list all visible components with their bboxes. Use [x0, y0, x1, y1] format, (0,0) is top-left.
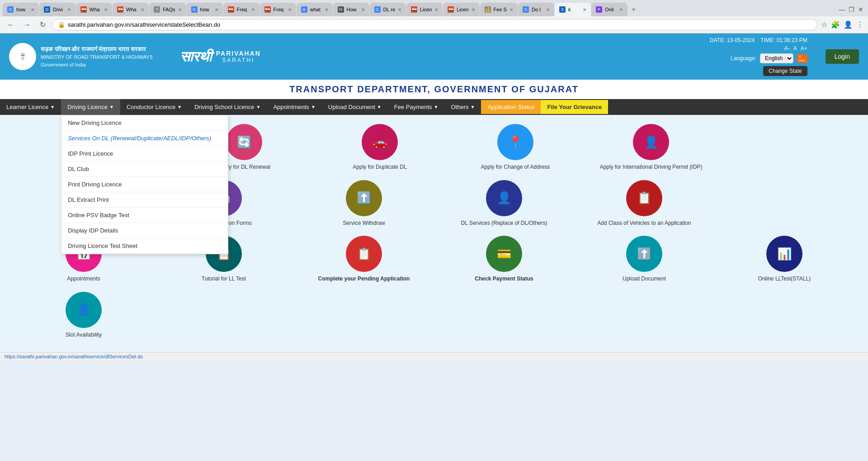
extensions-button[interactable]: 🧩	[831, 20, 840, 29]
dl-menu-test-sheet[interactable]: Driving Licence Test Sheet	[61, 238, 228, 254]
browser-tab-9[interactable]: G what ✕	[297, 3, 333, 16]
nav-item-fee[interactable]: Fee Payments ▼	[388, 99, 445, 115]
service-add-class[interactable]: 📋 Add Class of Vehicles to an Applicatio…	[579, 180, 710, 227]
font-large-button[interactable]: A+	[801, 45, 807, 52]
nav-item-conductor[interactable]: Conductor Licence ▼	[120, 99, 188, 115]
address-bar[interactable]: 🔒 sarathi.parivahan.gov.in/sarathiservic…	[52, 19, 817, 30]
browser-chrome: G how ✕ D Drivi ✕ 🇮🇳 Wha ✕ 🇮🇳 Wha ✕ ? FA…	[0, 0, 868, 33]
service-slot[interactable]: 👤 Slot Availability	[18, 292, 149, 339]
browser-tab-11[interactable]: G DL re ✕	[370, 3, 406, 16]
browser-tab-14[interactable]: 💰 Fee S ✕	[480, 3, 518, 16]
nav-application-status[interactable]: Application Status	[481, 100, 541, 114]
font-small-button[interactable]: A-	[784, 45, 790, 52]
browser-tab-1[interactable]: G how ✕	[3, 3, 39, 16]
nav-others-label: Others	[451, 104, 468, 110]
nav-item-upload[interactable]: Upload Document ▼	[322, 99, 388, 115]
dl-menu-new[interactable]: New Driving Licence	[61, 115, 228, 131]
service-upload-doc[interactable]: ⬆️ Upload Document	[579, 236, 710, 283]
tab-close-14[interactable]: ✕	[509, 7, 513, 12]
tab-close-8[interactable]: ✕	[288, 7, 292, 12]
nav-item-driving-school[interactable]: Driving School Licence ▼	[188, 99, 267, 115]
tab-close-16[interactable]: ✕	[583, 7, 586, 12]
dl-menu-idp-details[interactable]: Display IDP Details	[61, 223, 228, 238]
service-dup-dl[interactable]: 🚗 Apply for Duplicate DL	[316, 124, 443, 171]
browser-tab-7[interactable]: 🇮🇳 Freq ✕	[223, 3, 259, 16]
tab-close-7[interactable]: ✕	[251, 7, 255, 12]
language-label: Language:	[731, 55, 756, 62]
brand-sarathi: SARATHI	[216, 57, 261, 63]
forward-button[interactable]: →	[21, 20, 33, 30]
service-dl-services[interactable]: 👤 DL Services (Replace of DL/Others)	[439, 180, 570, 227]
browser-tab-10[interactable]: H How ✕	[333, 3, 369, 16]
tab-close-1[interactable]: ✕	[31, 7, 34, 12]
profile-button[interactable]: 👤	[844, 20, 853, 29]
browser-tab-3[interactable]: 🇮🇳 Wha ✕	[76, 3, 112, 16]
emblem: 🇮🇳⚖️	[9, 43, 36, 70]
tab-close-6[interactable]: ✕	[215, 7, 218, 12]
nav-item-appointments[interactable]: Appointments ▼	[267, 99, 321, 115]
change-state-button[interactable]: Change State	[763, 66, 807, 76]
maximize-button[interactable]: ❐	[849, 6, 854, 13]
browser-tab-4[interactable]: 🇮🇳 Wha ✕	[113, 3, 149, 16]
header-logo: 🇮🇳⚖️ सड़क परिवहन और राजमार्ग मंत्रालय भा…	[9, 43, 153, 70]
browser-tab-5[interactable]: ? FAQs ✕	[149, 3, 186, 16]
new-tab-button[interactable]: +	[628, 4, 639, 15]
browser-tab-6[interactable]: G how ✕	[187, 3, 223, 16]
menu-button[interactable]: ⋮	[856, 20, 863, 29]
minimize-button[interactable]: —	[839, 6, 845, 13]
dl-menu-services[interactable]: Services On DL (Renewal/Duplicate/AEDL/I…	[61, 131, 228, 146]
driving-licence-menu[interactable]: Driving Licence ▼ New Driving Licence Se…	[61, 99, 120, 115]
dl-menu-print[interactable]: Print Driving Licence	[61, 177, 228, 192]
nav-item-others[interactable]: Others ▼	[444, 99, 481, 115]
bookmark-button[interactable]: ☆	[821, 20, 827, 29]
nav-item-driving[interactable]: Driving Licence ▼	[61, 99, 120, 115]
dup-dl-label: Apply for Duplicate DL	[353, 164, 406, 171]
tab-close-10[interactable]: ✕	[361, 7, 365, 12]
dl-menu-idp-print[interactable]: IDP Print Licence	[61, 146, 228, 162]
close-button[interactable]: ✕	[858, 6, 863, 13]
tab-close-4[interactable]: ✕	[141, 7, 144, 12]
language-select[interactable]: English Hindi	[760, 53, 793, 63]
browser-tab-12[interactable]: 🇮🇳 Licen ✕	[406, 3, 443, 16]
service-complete-pending[interactable]: 📋 Complete your Pending Application	[298, 236, 429, 283]
nav-learner-arrow: ▼	[50, 105, 55, 109]
tab-close-15[interactable]: ✕	[546, 7, 550, 12]
nav-driving-school-label: Driving School Licence	[194, 104, 254, 110]
back-button[interactable]: ←	[5, 20, 17, 30]
dl-menu-psv[interactable]: Online PSV Badge Test	[61, 208, 228, 223]
nav-item-learner[interactable]: Learner Licence ▼	[0, 99, 61, 115]
browser-tab-8[interactable]: 🇮🇳 Freq ✕	[260, 3, 296, 16]
tab-close-3[interactable]: ✕	[104, 7, 108, 12]
login-button[interactable]: Login	[826, 49, 859, 64]
tab-close-2[interactable]: ✕	[67, 7, 71, 12]
tab-close-13[interactable]: ✕	[472, 7, 475, 12]
nav-grievance[interactable]: File Your Grievance	[541, 100, 608, 114]
dl-renewal-icon: 🔄	[226, 124, 262, 160]
complete-pending-icon: 📋	[346, 236, 382, 272]
tab-close-5[interactable]: ✕	[178, 7, 182, 12]
service-change-address[interactable]: 📍 Apply for Change of Address	[452, 124, 579, 171]
time-label: TIME:	[760, 37, 775, 43]
browser-tab-16[interactable]: S k ✕	[555, 3, 591, 16]
browser-tab-13[interactable]: 🇮🇳 Licen ✕	[443, 3, 479, 16]
site-header: 🇮🇳⚖️ सड़क परिवहन और राजमार्ग मंत्रालय भा…	[0, 33, 868, 80]
tab-favicon-12: 🇮🇳	[411, 6, 417, 13]
dl-menu-extract[interactable]: DL Extract Print	[61, 192, 228, 208]
tab-close-12[interactable]: ✕	[434, 7, 438, 12]
browser-tab-15[interactable]: G Do I ✕	[518, 3, 554, 16]
url-input[interactable]: sarathi.parivahan.gov.in/sarathiservice/…	[68, 21, 811, 28]
browser-tab-2[interactable]: D Drivi ✕	[39, 3, 75, 16]
service-check-payment[interactable]: 💳 Check Payment Status	[439, 236, 570, 283]
browser-tab-17[interactable]: P Onli ✕	[591, 3, 627, 16]
font-medium-button[interactable]: A	[793, 45, 797, 52]
brand-name-hindi: सारथी	[180, 48, 212, 65]
service-online-ll[interactable]: 📊 Online LLTest(STALL)	[719, 236, 850, 283]
service-intl-dl[interactable]: 👤 Apply for International Driving Permit…	[588, 124, 714, 171]
reload-button[interactable]: ↻	[37, 19, 48, 30]
services-row-4: 👤 Slot Availability	[18, 292, 850, 339]
dl-menu-club[interactable]: DL Club	[61, 162, 228, 177]
tab-close-9[interactable]: ✕	[325, 7, 328, 12]
tab-close-17[interactable]: ✕	[619, 7, 623, 12]
tab-close-11[interactable]: ✕	[398, 7, 401, 12]
service-withdraw[interactable]: ⬆️ Service Withdraw	[298, 180, 429, 227]
